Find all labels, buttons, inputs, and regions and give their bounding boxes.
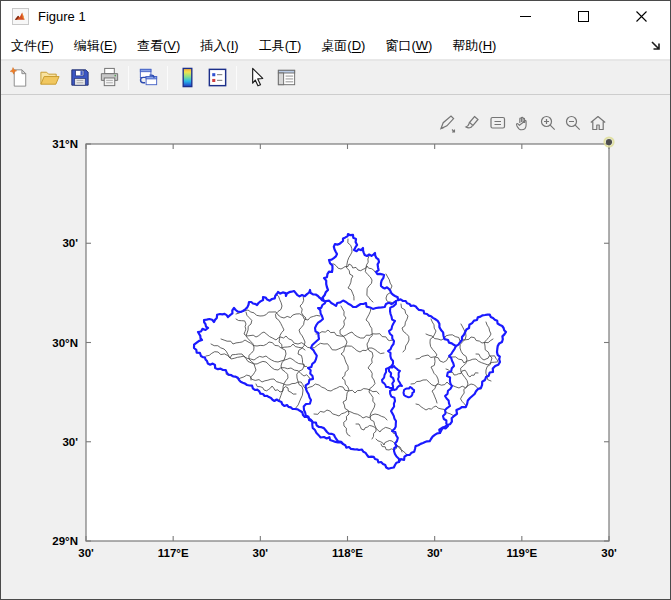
link-plot-button[interactable]	[134, 64, 162, 92]
menu-item-file[interactable]: 文件(F)	[1, 33, 64, 59]
axes-box	[86, 144, 609, 541]
datatips-mode-button[interactable]	[487, 112, 508, 133]
x-tick-label: 117°E	[158, 547, 189, 559]
x-tick-label: 30'	[427, 547, 443, 559]
save-figure-icon	[68, 66, 91, 89]
insert-legend-icon	[206, 66, 229, 89]
insert-colorbar-icon	[176, 66, 199, 89]
figure-canvas: 30'117°E30'118°E30'119°E30'31°N30'30°N30…	[1, 95, 671, 600]
x-tick-label: 30'	[601, 547, 617, 559]
edit-plot-icon	[245, 66, 268, 89]
map-axes[interactable]: 30'117°E30'118°E30'119°E30'31°N30'30°N30…	[1, 95, 671, 600]
menu-item-tools[interactable]: 工具(T)	[249, 33, 312, 59]
save-figure-button[interactable]	[65, 64, 93, 92]
new-figure-button[interactable]	[5, 64, 33, 92]
x-tick-label: 30'	[253, 547, 269, 559]
window-title: Figure 1	[38, 9, 86, 24]
menubar: 文件(F)编辑(E)查看(V)插入(I)工具(T)桌面(D)窗口(W)帮助(H)	[1, 32, 670, 60]
property-inspector-icon	[275, 66, 298, 89]
menu-item-edit[interactable]: 编辑(E)	[64, 33, 127, 59]
y-tick-label: 30'	[62, 436, 78, 448]
pan-mode-button[interactable]	[512, 112, 533, 133]
insert-legend-button[interactable]	[203, 64, 231, 92]
y-tick-label: 29°N	[52, 535, 78, 547]
y-tick-label: 30°N	[52, 337, 78, 349]
menu-item-help[interactable]: 帮助(H)	[442, 33, 506, 59]
property-inspector-button[interactable]	[272, 64, 300, 92]
toolbar-separator	[167, 66, 168, 90]
menu-item-window[interactable]: 窗口(W)	[375, 33, 442, 59]
menu-item-view[interactable]: 查看(V)	[127, 33, 190, 59]
window-controls	[496, 1, 670, 32]
y-tick-label: 31°N	[52, 138, 78, 150]
edit-plot-button[interactable]	[242, 64, 270, 92]
zoom-out-mode-button[interactable]	[562, 112, 583, 133]
print-figure-icon	[98, 66, 121, 89]
open-file-icon	[38, 66, 61, 89]
menu-item-desktop[interactable]: 桌面(D)	[311, 33, 375, 59]
new-figure-icon	[8, 66, 31, 89]
x-tick-label: 118°E	[332, 547, 363, 559]
insert-colorbar-button[interactable]	[173, 64, 201, 92]
figure-window: Figure 1 文件(F)编辑(E)查看(V)插入(I)工具(T)桌面(D)窗…	[0, 0, 671, 600]
close-button[interactable]	[612, 1, 670, 32]
restore-view-mode-button[interactable]	[587, 112, 608, 133]
minimize-button[interactable]	[496, 1, 554, 32]
axes-toolbar	[437, 112, 608, 133]
corner-marker-dot	[606, 139, 612, 145]
maximize-button[interactable]	[554, 1, 612, 32]
zoom-in-mode-button[interactable]	[537, 112, 558, 133]
brush-mode-button[interactable]	[462, 112, 483, 133]
figure-toolbar	[1, 60, 670, 95]
print-figure-button[interactable]	[95, 64, 123, 92]
titlebar: Figure 1	[1, 1, 670, 32]
export-mode-button[interactable]	[437, 112, 458, 133]
dock-figure-icon[interactable]	[648, 38, 664, 54]
toolbar-separator	[128, 66, 129, 90]
link-plot-icon	[137, 66, 160, 89]
menu-item-insert[interactable]: 插入(I)	[190, 33, 248, 59]
x-tick-label: 119°E	[506, 547, 537, 559]
y-tick-label: 30'	[62, 237, 78, 249]
matlab-logo-icon	[12, 8, 29, 25]
toolbar-separator	[236, 66, 237, 90]
x-tick-label: 30'	[78, 547, 94, 559]
open-file-button[interactable]	[35, 64, 63, 92]
